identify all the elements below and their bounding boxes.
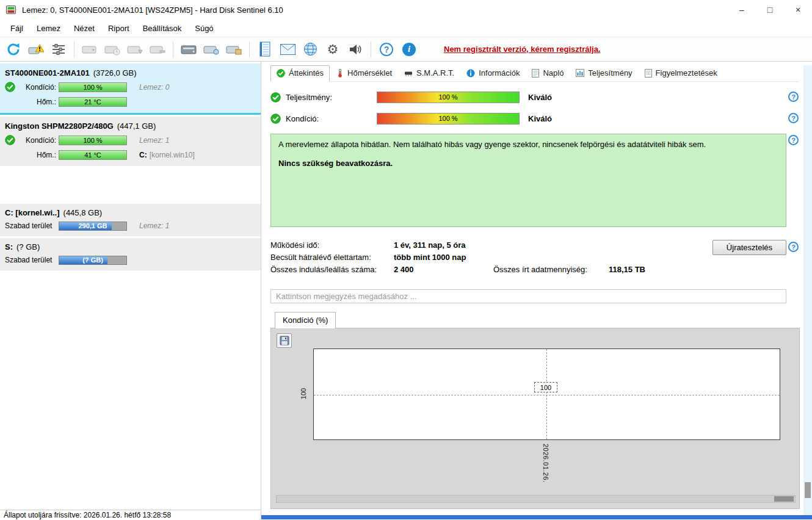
tab-label: Információk <box>479 68 520 78</box>
drive-bay-icon <box>181 43 197 56</box>
report-icon <box>259 42 271 57</box>
tab-performance[interactable]: Teljesítmény <box>570 66 637 81</box>
tab-information[interactable]: Információk <box>461 66 525 81</box>
disk-enable-button-disabled <box>125 40 145 59</box>
scrollbar-handle[interactable] <box>805 482 811 498</box>
retest-help-button[interactable]: ? <box>788 242 799 252</box>
partition-entry-s[interactable]: S:(? GB) Szabad terület (? GB) <box>0 238 261 270</box>
graph-x-label: 2026.01.26. <box>542 444 549 483</box>
disk-arrow-icon-gray <box>127 43 143 56</box>
menu-settings[interactable]: Beállítások <box>136 21 189 35</box>
condition-row: Kondíció: 100 % Kiváló ? <box>270 112 799 125</box>
disk-size: (3726,0 GB) <box>93 68 137 78</box>
disk-test-button-disabled <box>80 40 100 59</box>
sound-button[interactable] <box>346 40 365 59</box>
disk-remove-icon-gray <box>150 43 165 56</box>
disk-schedule-button-disabled <box>103 40 122 59</box>
tab-warnings[interactable]: Figyelmeztetések <box>639 66 723 81</box>
temperature-label: Hőm.: <box>17 151 56 159</box>
total-written-label: Összes írt adatmennyiség: <box>493 265 587 274</box>
help-icon: ? <box>788 135 799 145</box>
tab-overview[interactable]: Áttekintés <box>270 65 330 82</box>
report-button[interactable] <box>255 40 275 59</box>
performance-help-button[interactable]: ? <box>788 92 799 102</box>
condition-help-button[interactable]: ? <box>788 113 799 123</box>
minimize-button[interactable]: – <box>728 0 756 20</box>
status-help-button[interactable]: ? <box>788 135 799 145</box>
free-space-value: 290,1 GB <box>59 222 126 230</box>
drive-bay-button[interactable] <box>179 40 198 59</box>
window-title: Lemez: 0, ST4000NE001-2MA101 [WS24ZPM5] … <box>22 5 283 15</box>
info-button[interactable]: i <box>399 40 419 59</box>
disk-entry-kingston[interactable]: Kingston SHPM2280P2/480G(447,1 GB) Kondí… <box>0 117 261 166</box>
lifetime-value: több mint 1000 nap <box>394 253 466 262</box>
smart-chip-icon <box>404 70 413 77</box>
partition-entry-c[interactable]: C: [kornel.wi..](445,8 GB) Szabad terüle… <box>0 204 261 236</box>
tab-smart[interactable]: S.M.A.R.T. <box>399 66 460 81</box>
settings-button[interactable]: ⚙ <box>323 40 343 59</box>
health-check-icon <box>5 82 15 92</box>
partition-size: (445,8 GB) <box>63 208 103 217</box>
refresh-button[interactable] <box>4 40 23 59</box>
toolbar-separator <box>249 42 250 57</box>
menu-view[interactable]: Nézet <box>67 21 101 35</box>
help-button[interactable]: ? <box>377 40 396 59</box>
free-space-label: Szabad terület <box>5 256 59 264</box>
sliders-icon <box>52 43 65 56</box>
menu-help[interactable]: Súgó <box>188 21 220 35</box>
start-stop-value: 2 400 <box>394 265 414 274</box>
title-bar: Lemez: 0, ST4000NE001-2MA101 [WS24ZPM5] … <box>0 0 812 20</box>
disk-size: (447,1 GB) <box>117 121 156 131</box>
graph-tab-condition[interactable]: Kondíció (%) <box>275 312 336 328</box>
disk-entry-st4000[interactable]: ST4000NE001-2MA101(3726,0 GB) Kondíció: … <box>0 63 261 115</box>
performance-bar: 100 % <box>377 92 520 103</box>
menu-report[interactable]: Riport <box>101 21 136 35</box>
comment-input[interactable] <box>270 289 786 303</box>
tab-label: Figyelmeztetések <box>656 68 717 78</box>
health-status-action: Nincs szükség beavatkozásra. <box>278 159 778 168</box>
tab-label: Hőmérséklet <box>347 68 392 78</box>
tab-label: Napló <box>543 68 564 78</box>
close-button[interactable]: × <box>784 0 812 20</box>
disk-tools-icon <box>203 43 219 56</box>
partition-title: S:(? GB) <box>5 242 256 251</box>
power-on-time-value: 1 év, 311 nap, 5 óra <box>394 240 466 250</box>
disk-archive-button[interactable] <box>224 40 244 59</box>
network-button[interactable] <box>300 40 320 59</box>
condition-bar: 100 % <box>59 82 127 92</box>
register-link[interactable]: Nem regisztrált verzió, kérem regisztrál… <box>444 45 601 54</box>
lifetime-label: Becsült hátralévő élettartam: <box>270 253 394 262</box>
disk-clock-icon-gray <box>104 43 120 56</box>
retest-button[interactable]: Újratesztelés <box>712 240 786 255</box>
condition-label: Kondíció: <box>17 136 56 145</box>
partition-section: C: [kornel.wi..](445,8 GB) Szabad terüle… <box>0 204 261 270</box>
main-panel: Áttekintés Hőmérséklet S.M.A.R.T. Inform… <box>261 62 812 515</box>
disk-number-label: Lemez: 1 <box>139 222 169 230</box>
disk-config-button[interactable] <box>49 40 68 59</box>
temperature-label: Hőm.: <box>17 98 56 106</box>
condition-check-icon <box>270 114 281 124</box>
menu-bar: Fájl Lemez Nézet Riport Beállítások Súgó <box>0 20 812 37</box>
health-status-box: A merevlemez állapota hibátlan. Nem talá… <box>270 134 786 227</box>
chart-icon <box>576 69 584 77</box>
graph-horizontal-scrollbar[interactable] <box>276 495 796 503</box>
tab-temperature[interactable]: Hőmérséklet <box>331 66 397 81</box>
partition-name: C: [kornel.wi..] <box>5 208 60 217</box>
email-button[interactable] <box>278 40 297 59</box>
vertical-scrollbar[interactable] <box>803 65 812 515</box>
menu-file[interactable]: Fájl <box>4 21 30 35</box>
disk-tools-button[interactable] <box>201 40 221 59</box>
condition-label: Kondíció: <box>286 114 377 123</box>
graph-plot-area <box>313 348 780 440</box>
help-icon: ? <box>788 92 799 102</box>
disk-warning-button[interactable] <box>26 40 46 59</box>
menu-disk[interactable]: Lemez <box>30 21 67 35</box>
maximize-button[interactable]: □ <box>756 0 784 20</box>
log-page-icon <box>532 69 539 78</box>
disk-sidebar: ST4000NE001-2MA101(3726,0 GB) Kondíció: … <box>0 62 261 510</box>
tab-log[interactable]: Napló <box>526 66 569 81</box>
scrollbar-handle[interactable] <box>774 496 794 502</box>
power-on-time-label: Működési idő: <box>270 240 394 250</box>
save-graph-button[interactable] <box>277 333 292 348</box>
warnings-page-icon <box>645 69 652 78</box>
